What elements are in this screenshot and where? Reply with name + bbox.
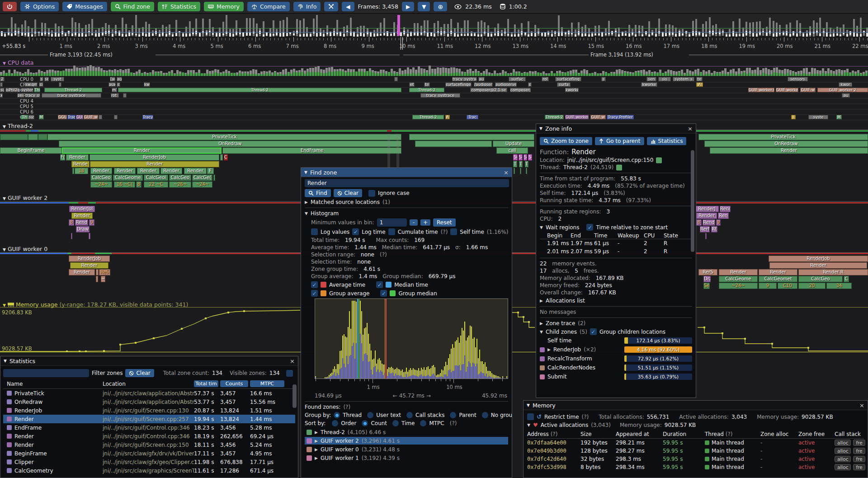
cpu-zone[interactable]: system_s: [673, 77, 694, 81]
cpu-zone[interactable]: m1a: [112, 88, 117, 92]
cpu-zone[interactable]: Tracy Profiler: [607, 115, 634, 119]
timeline-zone[interactable]: CalcGe(: [192, 175, 212, 181]
cpu-zone[interactable]: surf: [0, 88, 5, 92]
frame-overview-strip[interactable]: [0, 14, 868, 37]
cpu-zone[interactable]: Thread-2: [412, 115, 444, 119]
cpu-zone[interactable]: te: [424, 82, 430, 87]
zone-info-window[interactable]: ▼Zone info×Zoom to zoneGo to parentStati…: [536, 123, 696, 398]
timeline-zone[interactable]: Rend: [720, 206, 731, 212]
group-children-checkbox[interactable]: ✓: [590, 328, 597, 335]
timeline-zone[interactable]: [89, 233, 90, 239]
cpu-zone[interactable]: tracy_systrace: [452, 77, 477, 81]
frame-marker-row[interactable]: Frame 3,193 (22.45 ms)Frame 3,194 (13.92…: [0, 51, 868, 58]
cpu-zone[interactable]: isPtil2g(: [5, 88, 20, 92]
timeline-zone[interactable]: Render: [114, 168, 136, 174]
close-icon[interactable]: ×: [859, 402, 864, 409]
cpu-zone[interactable]: GUIF worke: [776, 88, 798, 92]
cpu-zone[interactable]: au: [117, 77, 122, 81]
timeline-zone[interactable]: Rerf: [700, 226, 710, 232]
cpu-zone[interactable]: x: [0, 93, 3, 98]
timeline-zone[interactable]: ~24~: [719, 283, 758, 289]
cpu-zone[interactable]: Thread-2: [545, 115, 564, 119]
cpu-zone[interactable]: au: [478, 77, 485, 81]
timeline-zone[interactable]: F: [207, 168, 214, 174]
cpu-zone[interactable]: composer@2.1-se: [470, 88, 507, 92]
timeline-zone[interactable]: Rende: [71, 161, 90, 167]
expand-icon[interactable]: ▶: [315, 447, 318, 452]
cpu-zone[interactable]: sis: [658, 77, 671, 81]
next-frame-button[interactable]: ▶: [402, 2, 414, 11]
cpu-zone[interactable]: te: [696, 77, 703, 81]
cpu-zone[interactable]: surfaceflinger: [445, 82, 472, 87]
cpu-zone[interactable]: GUIF w: [590, 115, 606, 119]
found-zone-group[interactable]: ▶Thread-2(4,105) 6.46 s: [305, 428, 508, 436]
statistics-button[interactable]: Statistics: [647, 137, 687, 145]
timeline-zone[interactable]: 9: [716, 219, 721, 226]
cpu-zone[interactable]: aux: [108, 82, 116, 87]
timeline-zone[interactable]: RenderJ: [695, 206, 719, 212]
cpu-data-header[interactable]: ▼ CPU data: [3, 59, 138, 66]
timeline-zone[interactable]: RenderJob: [69, 256, 110, 262]
timeline-zone[interactable]: Render R: [798, 269, 868, 275]
timeline-zone[interactable]: Rt: [711, 226, 717, 232]
timeline-zone[interactable]: [72, 168, 74, 174]
timeline-zone[interactable]: 22 ~C: [144, 181, 168, 188]
cpu-zone[interactable]: A: [445, 115, 450, 119]
group-by-radio-no-grouping[interactable]: [482, 412, 488, 418]
cpu-zone[interactable]: GUI: [76, 115, 83, 119]
cpu-zone[interactable]: GGUIF: [58, 115, 67, 119]
statistics-row[interactable]: RenderJobjni/../jni/src/guif/Screen.cpp:…: [3, 406, 295, 415]
timeline-zone[interactable]: T: [525, 161, 528, 167]
sort-by-radio-count[interactable]: [362, 420, 368, 426]
legend-checkbox-3[interactable]: ✓: [380, 290, 387, 297]
cpu-zone[interactable]: kw.gm: [25, 82, 38, 87]
group-by-radio-thread[interactable]: [334, 412, 340, 418]
cpu-zone[interactable]: [59, 82, 61, 87]
timeline-zone[interactable]: EndFrame: [222, 147, 401, 154]
timeline-zone[interactable]: [213, 175, 215, 181]
call-stack-button[interactable]: fre: [853, 440, 865, 446]
cpu-zone[interactable]: [99, 115, 102, 119]
selected-zone-render[interactable]: Render: [62, 147, 222, 154]
cpu-zone[interactable]: Thre: [34, 88, 40, 92]
statistics-scrollbar[interactable]: [292, 384, 297, 408]
cpu-zone[interactable]: kworke: [641, 82, 657, 87]
cpu-zone[interactable]: Thread-2: [409, 88, 444, 92]
legend-checkbox-2[interactable]: ✓: [311, 290, 318, 297]
cpu-zone[interactable]: GUIF worker 0: [748, 88, 774, 92]
cpu-zone[interactable]: si: [39, 82, 43, 87]
cpu-zone[interactable]: [394, 77, 398, 81]
timeline-zone[interactable]: Rend: [703, 219, 715, 226]
timeline-zone[interactable]: [409, 134, 534, 140]
zone-info-scrollbar[interactable]: [691, 150, 694, 252]
min-bin-decrease-button[interactable]: -: [410, 219, 418, 226]
memory-window[interactable]: ▼Memory×↺Restrict time(?)Total allocatio…: [523, 400, 868, 478]
cpu-zone[interactable]: /audioser: [474, 82, 493, 87]
goto-frame-button[interactable]: ⊕: [434, 2, 447, 11]
cpu-zone[interactable]: I: [791, 115, 796, 119]
toolbar-button-info[interactable]: Info: [293, 2, 321, 11]
group-by-radio-parent[interactable]: [450, 412, 456, 418]
cpu-zone[interactable]: rol: [542, 77, 549, 81]
timeline-zone[interactable]: Sef: [703, 283, 710, 289]
collapse-icon[interactable]: ▼: [539, 126, 542, 131]
go-to-parent-button[interactable]: Go to parent: [595, 137, 644, 145]
reset-button[interactable]: Reset: [433, 218, 456, 227]
timeline-zone[interactable]: [0, 134, 28, 140]
timeline-zone[interactable]: RerS: [698, 269, 717, 275]
timeline-zone[interactable]: Render: [69, 269, 95, 275]
expand-icon[interactable]: ▶: [315, 430, 318, 435]
group-by-radio-call-stacks[interactable]: [406, 412, 413, 418]
timeline-zone[interactable]: [96, 276, 98, 282]
timeline-zone[interactable]: call: [496, 147, 528, 154]
timeline-zone[interactable]: [28, 134, 38, 140]
cpu-zone[interactable]: [0, 82, 3, 87]
legend-checkbox-0[interactable]: ✓: [311, 281, 318, 288]
cpu-zone[interactable]: GUIF-w: [800, 88, 816, 92]
timeline-zone[interactable]: Draw: [76, 226, 90, 232]
timeline-zone[interactable]: Render: [696, 213, 717, 219]
timeline-zone[interactable]: Sc: [513, 154, 518, 161]
timeline-zone[interactable]: F(: [60, 154, 65, 161]
timeline-zone[interactable]: BeginFrame: [0, 147, 62, 154]
timeline-zone[interactable]: Render: [769, 262, 867, 269]
